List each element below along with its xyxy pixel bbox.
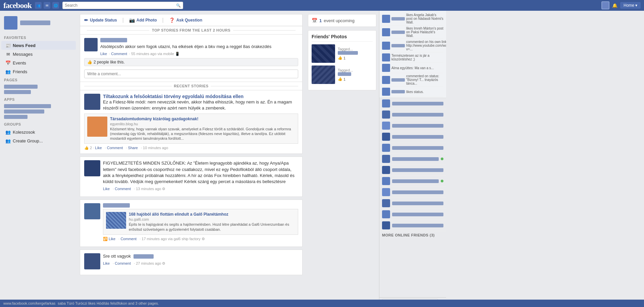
create-group-label: Create Group... (13, 138, 43, 143)
ask-question-button[interactable]: ❓ Ask Question (169, 17, 202, 23)
post-3-meta: 🔁 Like · Comment · 17 minutes ago via ga… (103, 237, 298, 241)
nav-icon-group: 👥 ✉ 🌐 (35, 2, 59, 9)
event-count[interactable]: 1 (319, 18, 322, 23)
photo-tagged-1: Tagged... (338, 47, 358, 51)
comment-link-4[interactable]: Comment (115, 261, 131, 265)
friends-photos-title: Friends' Photos (312, 34, 373, 42)
ticker-text-6: commented on status: "Bizony! T... tnayá… (406, 74, 443, 85)
search-input[interactable] (65, 3, 175, 8)
friends-nav-icon[interactable]: 👥 (35, 2, 42, 9)
post-3-avatar[interactable] (84, 203, 100, 219)
like-link-1[interactable]: Like (95, 146, 102, 150)
group-icon: 👥 (5, 129, 11, 135)
recent-post-1: Tiltakozunk a felsőoktatási törvény egyo… (80, 90, 303, 154)
notifications-icon[interactable]: 🔔 (612, 3, 618, 8)
like-count-text: 2 people like this. (94, 60, 125, 64)
messages-nav-icon[interactable]: ✉ (44, 2, 50, 9)
search-box[interactable]: 🔍 (62, 2, 183, 9)
sidebar-item-events[interactable]: 📅 Events (1, 58, 76, 67)
ticker-avatar-1 (382, 15, 390, 23)
comment-input[interactable] (84, 70, 298, 78)
chat-item-12[interactable] (379, 220, 446, 231)
chat-item-10[interactable] (379, 198, 446, 209)
koleszosok-label: Koleszosok (13, 130, 35, 135)
sidebar-item-koleszosok[interactable]: 👥 Koleszosok (1, 128, 76, 136)
post-1-avatar[interactable] (84, 94, 100, 110)
chat-item-5[interactable] (379, 142, 446, 154)
apps-bar-1 (4, 104, 51, 108)
chat-item-3[interactable] (379, 120, 446, 131)
chat-text-bar-12 (392, 224, 443, 227)
ticker-text-4: Természetesen az is jár a köszöntéshez ;… (391, 54, 443, 61)
apps-bar-2 (4, 109, 44, 114)
comment-link-1[interactable]: Comment (107, 146, 123, 150)
chat-item-7[interactable] (379, 165, 446, 176)
pages-bar-2 (4, 90, 31, 94)
post-2-header: FIGYELMEZTETÉS MINDEN SZÜLŐNEK: Az "Élet… (84, 160, 298, 191)
post-4-meta: Like · Comment · 27 minutes ago ⚙ (103, 261, 166, 266)
sidebar-item-create-group[interactable]: 👥 Create Group... (1, 136, 76, 145)
chat-text-bar-5 (392, 146, 443, 150)
comment-link-3[interactable]: Comment (120, 237, 137, 241)
search-icon: 🔍 (176, 3, 181, 8)
photo-row-1: Tagged... 👍 1 (312, 44, 373, 63)
chat-item-1[interactable] (379, 98, 446, 109)
home-button[interactable]: Home ▾ (620, 2, 641, 9)
shared-link-title[interactable]: Társadalomtudomány kizárólag gazdagoknak… (110, 117, 295, 121)
add-photo-label: Add Photo (137, 18, 157, 23)
shared-link-3-title[interactable]: 168 hajóból álló flottám elindult a Galő… (129, 212, 295, 217)
right-sidebar: 📅 1 event upcoming Friends' Photos Tagge… (305, 11, 379, 307)
sidebar-item-friends[interactable]: 👥 Friends (1, 67, 76, 76)
comment-link-2[interactable]: Comment (115, 187, 131, 191)
shared-link-1: Társadalomtudomány kizárólag gazdagoknak… (84, 114, 298, 144)
chat-text-bar-2 (392, 113, 443, 117)
friends-photos-panel: Friends' Photos Tagged... 👍 1 Tagged... (308, 30, 376, 90)
sidebar-item-messages[interactable]: ✉ Messages (1, 50, 76, 58)
chat-text-bar-1 (392, 102, 443, 105)
ticker-name-2 (391, 31, 405, 34)
post-avatar[interactable] (84, 38, 98, 51)
chat-item-6[interactable] (379, 154, 446, 165)
post-1-like-count: 2 (90, 146, 92, 150)
ticker: likes Angela Jakab's post on Nádasdi Noé… (379, 11, 446, 98)
ticker-item-5: Alma együttes: Ma van a s... (382, 63, 443, 73)
share-link-1[interactable]: Share (128, 146, 138, 150)
add-photo-button[interactable]: 📷 Add Photo (129, 17, 157, 23)
chat-text-bar-4 (392, 135, 443, 139)
like-link-4[interactable]: Like (103, 261, 110, 265)
chat-item-8[interactable] (379, 176, 446, 187)
sidebar-profile-avatar[interactable] (4, 16, 17, 30)
comment-link[interactable]: Comment (111, 52, 127, 56)
notifications-nav-icon[interactable]: 🌐 (52, 2, 59, 9)
like-link-3[interactable]: Like (109, 237, 115, 241)
chat-item-4[interactable] (379, 131, 446, 142)
chat-item-11[interactable] (379, 209, 446, 220)
post-3-time: 17 minutes ago via gal6 ship factory (142, 237, 201, 241)
ticker-avatar-6 (382, 76, 390, 84)
like-link[interactable]: Like (100, 52, 107, 56)
photo-thumb-1[interactable] (312, 44, 335, 63)
post-4-header: Sre ott vagyok Like · Comment · 27 minut… (84, 253, 298, 269)
post-1-text: Ez a Fidesz-féle módí: nem nevezzük nevé… (103, 99, 298, 111)
events-label: Events (13, 60, 26, 65)
like-link-2[interactable]: Like (103, 187, 110, 191)
photo-meta-1: Tagged... 👍 1 (338, 47, 358, 60)
ticker-avatar-7 (382, 88, 390, 96)
ticker-item-2: likes Imreh Márton's post on Paksi Halás… (382, 26, 443, 39)
ticker-avatar-3 (382, 42, 390, 50)
profile-avatar[interactable] (601, 1, 609, 9)
ticker-name-7 (391, 90, 405, 93)
sidebar-item-news-feed[interactable]: 📰 News Feed (1, 41, 76, 50)
chat-item-9[interactable] (379, 187, 446, 198)
photo-like-count-2: 1 (343, 77, 345, 81)
post-4-avatar[interactable] (84, 253, 100, 269)
chat-item-2[interactable] (379, 109, 446, 120)
post-header: Alsólépcsőn akkor sem fogok utazni, ha e… (84, 38, 298, 56)
event-upcoming-text: event upcoming (324, 18, 355, 23)
update-status-button[interactable]: ✏ Update Status (84, 17, 117, 23)
recent-post-3: 168 hajóból álló flottám elindult a Galő… (80, 200, 303, 247)
photo-thumb-2[interactable] (312, 65, 335, 84)
messages-label: Messages (13, 52, 33, 57)
chat-avatar-5 (382, 144, 390, 152)
post-2-avatar[interactable] (84, 160, 100, 176)
